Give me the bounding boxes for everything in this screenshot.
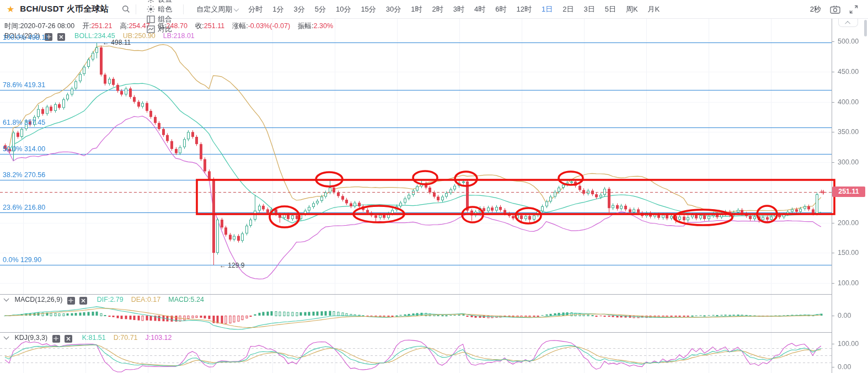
fib-label-3: 50.0% 314.00 — [3, 145, 45, 153]
macd-value-1: DEA:0.17 — [131, 296, 161, 303]
ohlc-field-4: 收:251.11 — [195, 22, 224, 30]
ohlc-field-5: 涨幅:-0.03%(-0.07) — [232, 22, 290, 30]
toolbar-menu: 指标 设置 暗色 组合 对比 — [142, 0, 178, 34]
ohlc-field-6: 振幅:2.30% — [298, 22, 333, 30]
fib-label-5: 23.6% 216.80 — [3, 204, 45, 211]
kdj-settings-gear-icon[interactable] — [52, 335, 60, 343]
favorite-star-icon[interactable]: ★ — [7, 5, 14, 14]
period-button-1[interactable]: 分时 — [243, 4, 267, 14]
period-button-2[interactable]: 1分 — [267, 4, 288, 14]
fib-label-4: 38.2% 270.56 — [3, 171, 45, 179]
period-button-17[interactable]: 5日 — [600, 4, 621, 14]
period-button-8[interactable]: 1时 — [406, 4, 427, 14]
kdj-collapse-chevron-icon[interactable] — [4, 334, 9, 340]
toolbar: ★ BCH/USDT 火币全球站 指标 设置 暗色 组合 — [0, 0, 868, 19]
period-button-5[interactable]: 10分 — [331, 4, 356, 14]
kdj-close-icon[interactable] — [65, 335, 72, 343]
fib-label-0: 100.0% 498.11 — [3, 34, 49, 41]
price-tick-1: 450.00 — [838, 68, 859, 76]
kdj-value-0: K:81.51 — [82, 334, 106, 342]
period-button-19[interactable]: 月K — [643, 4, 665, 14]
menu-item-layout[interactable]: 组合 — [142, 14, 178, 24]
chart-canvas[interactable] — [0, 0, 868, 373]
period-button-0[interactable]: 自定义周期 — [191, 4, 243, 14]
candle-countdown: 2秒 — [810, 4, 821, 14]
toolbar-divider — [136, 4, 136, 14]
price-tick-4: 300.00 — [838, 158, 859, 166]
kdj-name: KDJ(9,3,3) — [14, 334, 47, 342]
period-button-7[interactable]: 30分 — [381, 4, 406, 14]
kdj-header: KDJ(9,3,3) K:81.51D:70.71J:103.12 — [4, 334, 172, 343]
fib-label-1: 78.6% 419.31 — [3, 81, 45, 89]
period-button-9[interactable]: 2时 — [427, 4, 448, 14]
toolbar-divider — [183, 4, 184, 14]
price-note-1: ← 129.9 — [219, 262, 244, 269]
macd-collapse-chevron-icon[interactable] — [4, 296, 9, 302]
period-button-12[interactable]: 6时 — [490, 4, 511, 14]
axis-collapse-tab[interactable] — [838, 19, 858, 27]
kdj-values: K:81.51D:70.71J:103.12 — [74, 334, 172, 342]
fib-label-2: 61.8% 357.45 — [3, 119, 45, 126]
compare-icon — [147, 25, 155, 33]
period-button-18[interactable]: 周K — [621, 4, 643, 14]
price-tick-5: 200.00 — [838, 219, 859, 227]
period-button-6[interactable]: 15分 — [356, 4, 381, 14]
fib-label-6: 0.0% 129.90 — [3, 256, 41, 264]
dark-mode-icon — [147, 5, 155, 13]
price-tick-0: 500.00 — [838, 38, 859, 45]
layout-icon — [147, 15, 155, 23]
macd-values: DIF:2.79DEA:0.17MACD:5.24 — [89, 296, 204, 303]
chevron-up-icon — [845, 20, 850, 26]
period-button-10[interactable]: 3时 — [448, 4, 469, 14]
kdj-axis-label-1: 0.00 — [838, 363, 851, 371]
kdj-value-2: J:103.12 — [146, 334, 172, 342]
last-price-badge: 251.11 — [832, 186, 865, 197]
period-button-3[interactable]: 3分 — [288, 4, 309, 14]
kdj-value-1: D:70.71 — [114, 334, 138, 342]
macd-value-2: MACD:5.24 — [168, 296, 204, 303]
menu-item-dark-mode[interactable]: 暗色 — [142, 4, 178, 14]
scrollbar-thumb[interactable] — [864, 20, 867, 36]
macd-settings-gear-icon[interactable] — [67, 297, 75, 305]
ohlc-field-1: 开:251.21 — [82, 22, 112, 30]
fullscreen-icon[interactable] — [849, 5, 858, 14]
price-tick-6: 150.00 — [838, 249, 859, 257]
price-tick-2: 400.00 — [838, 98, 859, 106]
price-note-0: ← 498.11 — [103, 39, 131, 46]
screenshot-camera-icon[interactable] — [830, 5, 840, 14]
macd-header: MACD(12,26,9) DIF:2.79DEA:0.17MACD:5.24 — [4, 296, 204, 305]
macd-name: MACD(12,26,9) — [14, 296, 62, 303]
chevron-down-icon — [234, 6, 239, 12]
period-button-14[interactable]: 1日 — [537, 4, 558, 14]
period-button-15[interactable]: 2日 — [558, 4, 578, 14]
period-button-11[interactable]: 4时 — [469, 4, 490, 14]
period-button-4[interactable]: 5分 — [310, 4, 331, 14]
period-button-13[interactable]: 12时 — [512, 4, 537, 14]
search-icon[interactable] — [122, 5, 130, 13]
ohlc-field-0: 时间:2020-07-26 08:00 — [4, 22, 74, 30]
trading-app: ★ BCH/USDT 火币全球站 指标 设置 暗色 组合 — [0, 0, 868, 373]
price-tick-3: 350.00 — [838, 128, 859, 136]
macd-value-0: DIF:2.79 — [97, 296, 124, 303]
symbol-title: BCH/USDT 火币全球站 — [20, 4, 109, 14]
price-tick-7: 100.00 — [838, 279, 859, 287]
macd-axis-label-0: 0.00 — [838, 312, 851, 319]
boll-close-icon[interactable] — [57, 33, 65, 41]
period-button-16[interactable]: 3日 — [578, 4, 599, 14]
settings-icon — [147, 0, 155, 3]
period-selector: 自定义周期分时1分3分5分10分15分30分1时2时3时4时6时12时1日2日3… — [191, 4, 665, 14]
macd-close-icon[interactable] — [79, 297, 87, 305]
menu-item-settings[interactable]: 设置 — [142, 0, 178, 4]
menu-item-compare[interactable]: 对比 — [142, 24, 178, 34]
kdj-axis-label-0: 100.00 — [838, 340, 859, 348]
